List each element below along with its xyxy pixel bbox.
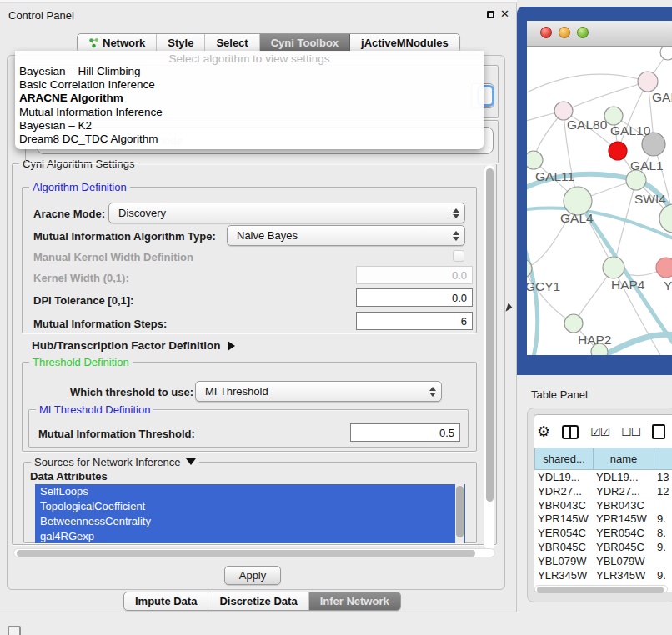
gear-icon[interactable]: ⚙ — [537, 424, 550, 439]
list-item[interactable]: TopologicalCoefficient — [35, 499, 465, 514]
node-label: HAP2 — [578, 332, 612, 347]
mi-steps-label: Mutual Information Steps: — [33, 318, 167, 330]
settings-horizontal-scrollbar[interactable] — [13, 548, 495, 558]
node-salmon[interactable] — [656, 258, 672, 278]
control-panel-tabs: Network Style Select Cyni Toolbox jActiv… — [77, 33, 460, 52]
hub-definition-toggle[interactable]: Hub/Transcription Factor Definition — [32, 339, 235, 352]
attributes-list-scrollbar[interactable] — [455, 484, 464, 543]
panel-title: Control Panel — [8, 9, 74, 22]
dropdown-item[interactable]: Bayesian – Hill Climbing — [15, 65, 484, 78]
table-function-icon[interactable] — [652, 424, 665, 439]
tab-style[interactable]: Style — [157, 34, 205, 52]
table-row[interactable]: YLR345W YLR345W 9. — [534, 568, 672, 582]
table-row[interactable]: YBR045C YBR045C 9. — [534, 540, 672, 554]
mi-threshold-field[interactable]: 0.5 — [350, 423, 460, 442]
aracne-mode-label: Aracne Mode: — [33, 208, 105, 220]
table-row[interactable]: YPR145W YPR145W 9. — [534, 512, 672, 526]
dropdown-item-highlighted[interactable]: ARACNE Algorithm — [15, 92, 484, 105]
control-panel: Control Panel ✕ Network Style Select Cyn… — [0, 3, 517, 612]
settings-vertical-scrollbar[interactable] — [484, 165, 494, 550]
network-window-titlebar[interactable] — [527, 21, 672, 47]
threshold-definition-title: Threshold Definition — [29, 356, 133, 368]
which-threshold-label: Which threshold to use: — [70, 386, 193, 398]
mi-threshold-definition-title: MI Threshold Definition — [36, 403, 153, 416]
float-window-icon[interactable] — [487, 11, 494, 18]
mi-algorithm-type-combo[interactable]: Naive Bayes — [227, 225, 465, 246]
node-label: GAL4 — [560, 211, 594, 225]
table-row[interactable]: YDL19... YDL19... 13 — [534, 470, 672, 484]
aracne-mode-combo[interactable]: Discovery — [108, 202, 465, 223]
table-row[interactable]: YER054C YER054C 8. — [534, 526, 672, 540]
sources-toggle[interactable]: Sources for Network Inference — [31, 456, 199, 468]
node-gal11[interactable] — [527, 151, 543, 169]
table-row[interactable]: YIL052C YIL052C 9. — [534, 582, 672, 584]
node-label: HAP4 — [611, 278, 645, 292]
dropdown-placeholder: Select algorithm to view settings — [15, 51, 484, 65]
dropdown-item[interactable]: Dream8 DC_TDC Algorithm — [15, 132, 484, 146]
combo-stepper-icon — [426, 387, 441, 397]
collapse-arrow-icon — [186, 458, 196, 465]
network-icon — [88, 38, 99, 48]
which-threshold-combo[interactable]: MI Threshold — [195, 381, 442, 402]
node-swi4[interactable] — [659, 204, 672, 232]
table-row[interactable]: YBR043C YBR043C — [534, 498, 672, 512]
kernel-width-label: Kernel Width (0,1): — [33, 272, 129, 284]
algorithm-definition-title: Algorithm Definition — [29, 181, 130, 193]
tab-infer-network[interactable]: Infer Network — [309, 592, 400, 610]
column-header-name[interactable]: name — [594, 448, 654, 470]
minimize-traffic-light-icon[interactable] — [559, 27, 570, 38]
dropdown-item[interactable]: Bayesian – K2 — [15, 119, 484, 132]
node-label: Y — [664, 278, 672, 292]
table-row[interactable]: YBL079W YBL079W — [534, 554, 672, 568]
node-gal10[interactable] — [604, 107, 623, 125]
combo-stepper-icon — [449, 208, 464, 218]
tab-select[interactable]: Select — [205, 34, 259, 52]
node-label: GAL1 — [630, 158, 664, 172]
node-label: GAL80 — [567, 118, 608, 132]
close-icon[interactable]: ✕ — [500, 8, 509, 20]
mi-algorithm-type-label: Mutual Information Algorithm Type: — [33, 230, 216, 242]
table-panel-title: Table Panel — [531, 388, 588, 401]
list-item[interactable]: BetweennessCentrality — [35, 514, 465, 529]
float-panel-icon[interactable] — [8, 626, 21, 635]
data-attributes-label: Data Attributes — [30, 470, 108, 482]
network-canvas[interactable]: GAL GAL80 GAL10 GAL1 GAL11 SWI4 GAL4 GCY… — [527, 47, 672, 355]
table-row[interactable]: YDR27... YDR27... 12 — [534, 484, 672, 498]
select-all-checkboxes-icon[interactable]: ☑☑ — [590, 426, 609, 438]
node-gal1[interactable] — [626, 170, 646, 190]
zoom-traffic-light-icon[interactable] — [577, 27, 589, 38]
deselect-all-checkboxes-icon[interactable]: ☐☐ — [621, 426, 640, 438]
node-label: GAL11 — [535, 169, 574, 183]
column-header-partial[interactable]: A — [654, 448, 672, 470]
kernel-width-field: 0.0 — [356, 266, 473, 284]
manual-kernel-width-label: Manual Kernel Width Definition — [33, 251, 193, 263]
dpi-tolerance-field[interactable]: 0.0 — [356, 288, 473, 307]
node[interactable] — [660, 47, 672, 60]
dropdown-item[interactable]: Mutual Information Inference — [15, 106, 484, 119]
list-item[interactable]: SelfLoops — [35, 484, 465, 499]
close-traffic-light-icon[interactable] — [540, 27, 552, 38]
algorithm-dropdown-popup: Select algorithm to view settings Bayesi… — [15, 51, 484, 149]
column-header-shared-name[interactable]: shared... — [534, 448, 594, 470]
dpi-tolerance-label: DPI Tolerance [0,1]: — [33, 294, 133, 307]
list-item[interactable]: gal4RGexp — [35, 529, 465, 543]
mi-steps-field[interactable]: 6 — [356, 312, 473, 330]
mi-threshold-label: Mutual Information Threshold: — [38, 428, 195, 440]
tab-network[interactable]: Network — [78, 34, 157, 52]
node-selected-red[interactable] — [609, 142, 627, 160]
tab-discretize-data[interactable]: Discretize Data — [208, 592, 308, 610]
expand-arrow-icon — [228, 341, 235, 351]
manual-kernel-width-checkbox[interactable] — [453, 250, 464, 262]
node-hap2[interactable] — [564, 314, 583, 332]
node-label: GCY1 — [527, 279, 560, 293]
split-columns-icon[interactable] — [562, 425, 579, 439]
tab-cyni-toolbox[interactable]: Cyni Toolbox — [260, 34, 350, 52]
table-horizontal-scrollbar[interactable] — [534, 585, 668, 593]
node[interactable] — [638, 72, 658, 92]
dropdown-item[interactable]: Basic Correlation Inference — [15, 78, 484, 92]
node-label: GAL10 — [610, 123, 651, 138]
apply-button[interactable]: Apply — [224, 566, 281, 585]
node-hap4[interactable] — [603, 257, 624, 278]
tab-impute-data[interactable]: Impute Data — [124, 592, 208, 610]
tab-jactivemnodules[interactable]: jActiveMNodules — [350, 34, 459, 52]
